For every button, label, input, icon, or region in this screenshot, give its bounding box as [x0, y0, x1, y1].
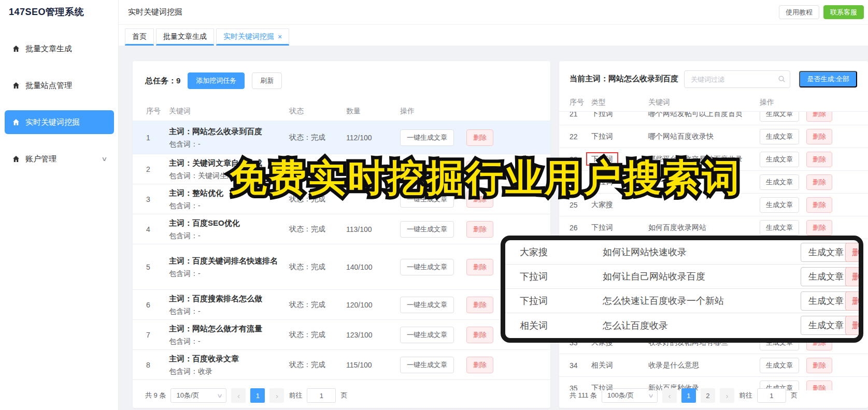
delete-button[interactable]: 删除	[806, 129, 832, 144]
row-type: 下拉词	[520, 270, 603, 283]
next-page-button[interactable]: ›	[269, 388, 284, 403]
sidebar-item-site-batch[interactable]: 批量站点管理	[5, 74, 114, 97]
page-size-select[interactable]: 10条/页 ∨	[170, 388, 226, 403]
tab-article-batch[interactable]: 批量文章生成	[156, 28, 214, 46]
delete-button[interactable]: 删除	[845, 243, 863, 262]
row-main-keyword: 主词：百度SEO优化	[169, 217, 285, 229]
topbar-buttons: 使用教程 联系客服	[779, 5, 864, 19]
generate-article-button[interactable]: 生成文章	[760, 358, 799, 373]
generate-article-button[interactable]: 生成文章	[760, 220, 799, 236]
generate-article-button[interactable]: 一键生成文章	[400, 129, 454, 146]
delete-button[interactable]: 删除	[845, 291, 863, 311]
delete-button[interactable]: 删除	[466, 259, 493, 275]
keywords-header: 当前主词：网站怎么收录到百度 是否生成:全部	[559, 70, 868, 88]
page-size-select[interactable]: 100条/页 ∨	[602, 388, 658, 403]
row-no: 22	[570, 133, 591, 141]
row-no: 26	[570, 224, 591, 232]
generate-article-button[interactable]: 生成文章	[760, 197, 799, 213]
delete-button[interactable]: 删除	[806, 112, 832, 122]
delete-button[interactable]: 删除	[466, 357, 493, 373]
delete-button[interactable]: 删除	[845, 267, 863, 286]
goto-label: 前往	[289, 391, 302, 400]
screen: 147SEO管理系统 批量文章生成 批量站点管理 实时关键词挖掘 账户管理 ∨ …	[0, 0, 868, 410]
delete-button[interactable]: 删除	[845, 316, 863, 335]
delete-button[interactable]: 删除	[806, 358, 832, 373]
page-number-1[interactable]: 1	[681, 388, 696, 403]
sidebar-item-label: 实时关键词挖掘	[25, 118, 80, 127]
refresh-button[interactable]: 刷新	[252, 72, 282, 89]
promo-headline: 免费实时挖掘行业用户搜索词 免费实时挖掘行业用户搜索词	[230, 156, 742, 199]
row-no: 7	[146, 331, 169, 339]
chevron-down-icon: ∨	[648, 392, 654, 399]
close-icon[interactable]: ×	[278, 33, 282, 40]
pagination-total: 共 111 条	[570, 391, 597, 400]
row-keyword: 哪个网站百度收录快	[648, 132, 760, 141]
generate-article-button[interactable]: 生成文章	[801, 291, 851, 311]
generate-article-button[interactable]: 生成文章	[801, 243, 851, 262]
delete-button[interactable]: 删除	[466, 297, 493, 313]
tab-home[interactable]: 首页	[125, 28, 154, 46]
sidebar-item-keyword-mining[interactable]: 实时关键词挖掘	[5, 110, 114, 134]
row-keyword: 收录是什么意思	[648, 361, 760, 370]
sidebar-item-account[interactable]: 账户管理 ∨	[5, 147, 114, 171]
tab-keyword-mining[interactable]: 实时关键词挖掘 ×	[216, 28, 289, 46]
row-keyword: 怎么让百度收录	[603, 319, 801, 332]
delete-button[interactable]: 删除	[806, 380, 832, 391]
row-keyword: 如何让网站快速收录	[603, 246, 801, 258]
tab-bar: 首页 批量文章生成 实时关键词挖掘 ×	[119, 25, 868, 46]
generate-article-button[interactable]: 生成文章	[801, 316, 851, 335]
generate-article-button[interactable]: 生成文章	[760, 129, 799, 144]
row-status: 状态：完成	[289, 330, 346, 340]
table-row: 4 主词：百度SEO优化包含词：- 状态：完成 113/100 一键生成文章删除	[133, 214, 550, 244]
delete-button[interactable]: 删除	[806, 220, 832, 236]
generate-article-button[interactable]: 生成文章	[801, 267, 851, 286]
goto-page-input[interactable]	[757, 388, 786, 403]
row-status: 状态：完成	[289, 262, 346, 272]
add-task-button[interactable]: 添加挖词任务	[188, 72, 245, 89]
col-keyword: 关键词	[648, 98, 760, 107]
next-page-button[interactable]: ›	[720, 388, 734, 403]
task-pagination: 共 9 条 10条/页 ∨ ‹ 1 › 前往 页	[145, 388, 347, 403]
row-main-keyword: 主词：网站怎么做才有流量	[169, 323, 285, 334]
generate-article-button[interactable]: 一键生成文章	[400, 221, 454, 238]
page-number-2[interactable]: 2	[701, 388, 715, 403]
row-type: 大家搜	[591, 200, 648, 210]
generate-article-button[interactable]: 一键生成文章	[400, 297, 454, 313]
generate-article-button[interactable]: 生成文章	[760, 112, 799, 122]
col-no: 序号	[570, 98, 591, 107]
keyword-filter-input[interactable]	[684, 70, 790, 88]
row-main-keyword: 主词：百度搜索排名怎么做	[169, 293, 285, 304]
row-count: 112/100	[346, 134, 400, 142]
sidebar-item-article-batch[interactable]: 批量文章生成	[5, 37, 114, 61]
tutorial-button[interactable]: 使用教程	[779, 5, 819, 19]
page-unit-label: 页	[340, 391, 347, 400]
prev-page-button[interactable]: ‹	[662, 388, 677, 403]
row-include-words: 包含词：收录	[169, 366, 285, 377]
row-status: 状态：完成	[289, 300, 346, 310]
delete-button[interactable]: 删除	[466, 327, 493, 343]
total-tasks-label: 总任务：	[145, 76, 176, 85]
generate-article-button[interactable]: 生成文章	[760, 174, 799, 190]
contact-support-button[interactable]: 联系客服	[823, 5, 864, 19]
generate-article-button[interactable]: 一键生成文章	[400, 327, 454, 343]
row-count: 140/100	[346, 263, 400, 271]
delete-button[interactable]: 删除	[806, 174, 832, 190]
delete-button[interactable]: 删除	[466, 221, 493, 238]
magnified-inset: 大家搜 如何让网站快速收录 生成文章 删除 下拉词 如何让自己网站收录百度 生成…	[501, 236, 863, 343]
inset-row: 大家搜 如何让网站快速收录 生成文章 删除	[505, 240, 859, 265]
page-number-1[interactable]: 1	[250, 388, 265, 403]
home-icon	[12, 45, 20, 53]
table-row: 6 主词：百度搜索排名怎么做包含词：- 状态：完成 120/100 一键生成文章…	[133, 290, 550, 320]
generate-article-button[interactable]: 一键生成文章	[400, 357, 454, 373]
generate-filter-button[interactable]: 是否生成:全部	[799, 71, 857, 87]
row-no: 5	[146, 263, 169, 271]
goto-page-input[interactable]	[307, 388, 336, 403]
row-type: 相关词	[591, 361, 648, 370]
prev-page-button[interactable]: ‹	[231, 388, 246, 403]
delete-button[interactable]: 删除	[466, 129, 493, 146]
generate-article-button[interactable]: 一键生成文章	[400, 259, 454, 275]
delete-button[interactable]: 删除	[806, 152, 832, 167]
row-no: 34	[570, 361, 591, 370]
generate-article-button[interactable]: 生成文章	[760, 152, 799, 167]
delete-button[interactable]: 删除	[806, 197, 832, 213]
